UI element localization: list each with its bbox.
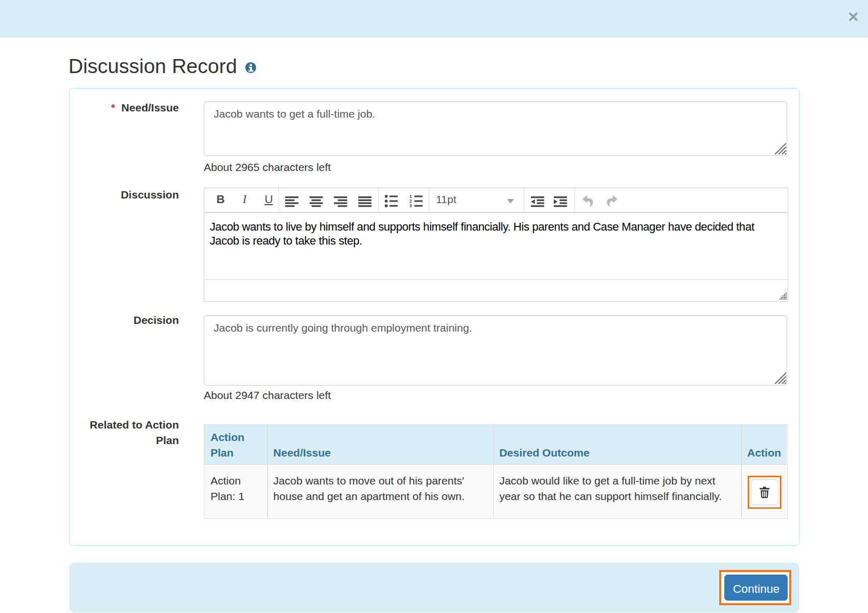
svg-text:3: 3: [410, 204, 412, 208]
